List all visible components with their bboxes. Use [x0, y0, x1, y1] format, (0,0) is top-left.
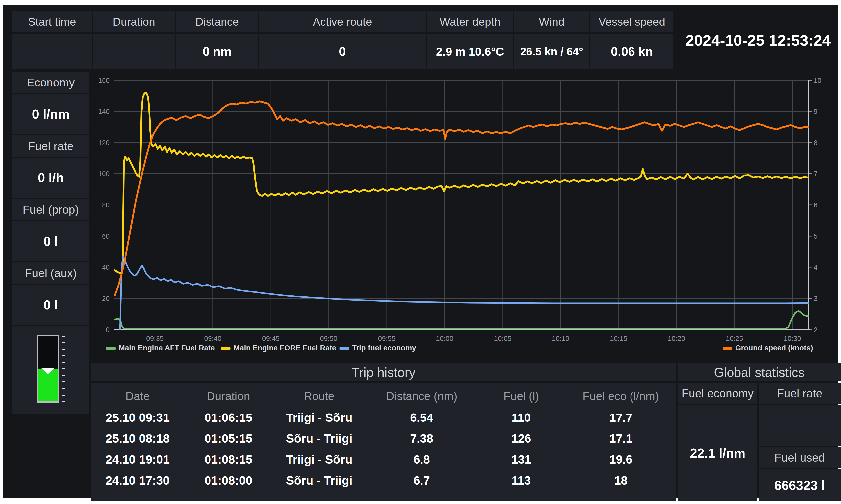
- top-status-bar: Start timeDurationDistance0 nmActive rou…: [13, 11, 673, 69]
- trip-row-3-cell: 18: [565, 473, 677, 487]
- trip-row-2-cell: 24.10 19:01: [91, 453, 185, 466]
- fuel-level-pointer-icon: [41, 368, 55, 374]
- legend-swatch-main-engine-aft-fuel-rate[interactable]: [106, 347, 116, 350]
- trip-col-header-distance-nm-: Distance (nm): [366, 389, 477, 403]
- global-statistics-title: Global statistics: [678, 363, 841, 381]
- topbar-header-distance: Distance: [176, 11, 258, 32]
- fuel-economy-header: Fuel economy: [678, 383, 757, 404]
- legend-swatch-main-engine-fore-fuel-rate[interactable]: [221, 347, 231, 350]
- left-axis-label: 60: [102, 232, 110, 240]
- legend-label-main-engine-fore-fuel-rate[interactable]: Main Engine FORE Fuel Rate: [234, 344, 336, 352]
- sidebar-value-fuel-prop-: 0 l: [13, 221, 89, 261]
- x-axis-label: 10:20: [668, 335, 685, 342]
- topbar-value-wind: 26.5 kn / 64°: [514, 34, 589, 69]
- left-axis-label: 100: [98, 170, 110, 178]
- x-axis-label: 09:40: [204, 335, 222, 342]
- gauge-tick: [62, 349, 65, 350]
- gauge-tick: [62, 362, 65, 363]
- trip-row-1-cell: 17.1: [565, 432, 677, 446]
- trip-row-0-cell: 6.54: [366, 411, 477, 425]
- gauge-tick: [62, 356, 65, 357]
- trip-row-1-cell: 25.10 08:18: [91, 432, 185, 446]
- trip-row-3-cell: 01:08:00: [185, 473, 273, 487]
- x-axis-label: 10:25: [726, 335, 743, 342]
- legend-swatch-ground-speed-knots-[interactable]: [723, 347, 732, 350]
- trip-row-3-cell: 6.7: [366, 473, 477, 487]
- fuel-rate-empty-cell: [759, 405, 841, 446]
- topbar-value-duration: [93, 34, 175, 69]
- x-axis-label: 10:05: [494, 335, 511, 342]
- topbar-value-water-depth: 2.9 m 10.6°C: [427, 34, 513, 69]
- fuel-used-header: Fuel used: [759, 447, 841, 468]
- left-axis-label: 120: [98, 139, 110, 147]
- gauge-tick: [62, 336, 65, 337]
- topbar-header-start-time: Start time: [13, 11, 91, 32]
- topbar-header-wind: Wind: [514, 11, 589, 32]
- gauge-tick: [62, 342, 65, 343]
- left-axis-label: 20: [102, 295, 110, 302]
- x-axis-label: 10:10: [552, 335, 570, 342]
- legend-label-trip-fuel-economy[interactable]: Trip fuel economy: [352, 344, 416, 352]
- sidebar-header-fuel-rate: Fuel rate: [13, 136, 89, 157]
- fuel-used-value: 666323 l: [759, 469, 841, 501]
- right-axis-label: 5: [813, 232, 818, 240]
- global-statistics-panel: Global statistics Fuel economy 22.1 l/nm…: [678, 363, 841, 501]
- vessel-dashboard-page: Start timeDurationDistance0 nmActive rou…: [0, 0, 841, 504]
- x-axis-label: 10:30: [784, 335, 801, 342]
- x-axis-label: 09:55: [378, 335, 396, 342]
- gauge-tick: [62, 375, 65, 376]
- left-axis-label: 40: [102, 264, 110, 271]
- trip-row-0-cell: 25.10 09:31: [91, 411, 185, 425]
- gauge-tick: [62, 395, 65, 396]
- left-axis-label: 80: [102, 201, 110, 209]
- left-axis-label: 0: [106, 326, 110, 334]
- gauge-tick: [62, 401, 65, 402]
- fuel-gauge-ticks: [62, 336, 66, 402]
- trip-row-2-cell: 6.8: [366, 453, 477, 466]
- x-axis-label: 09:50: [320, 335, 337, 342]
- topbar-value-distance: 0 nm: [176, 34, 258, 69]
- topbar-value-vessel-speed: 0.06 kn: [590, 34, 673, 69]
- gauge-tick: [62, 381, 65, 382]
- metrics-sidebar: Economy0 l/nmFuel rate0 l/hFuel (prop)0 …: [13, 72, 89, 414]
- trip-row-3-cell: 24.10 17:30: [91, 473, 185, 487]
- x-axis-label: 10:15: [610, 335, 627, 342]
- gauge-tick: [62, 388, 65, 389]
- topbar-header-active-route: Active route: [259, 11, 426, 32]
- x-axis-label: 09:45: [262, 335, 280, 342]
- sidebar-header-economy: Economy: [13, 72, 89, 93]
- trip-row-3-cell: Sõru - Triigi: [273, 473, 366, 487]
- trip-col-header-route: Route: [273, 389, 366, 403]
- legend-swatch-trip-fuel-economy[interactable]: [340, 347, 349, 350]
- topbar-header-duration: Duration: [93, 11, 175, 32]
- sidebar-value-fuel-rate: 0 l/h: [13, 158, 89, 198]
- legend-label-main-engine-aft-fuel-rate[interactable]: Main Engine AFT Fuel Rate: [119, 344, 215, 352]
- series-ground-speed-knots-: [115, 102, 808, 295]
- trip-row-2-cell: 131: [477, 453, 565, 466]
- gauge-tick: [62, 368, 65, 370]
- fuel-gauge-cell: [13, 326, 89, 414]
- dashboard-background: Start timeDurationDistance0 nmActive rou…: [3, 5, 838, 498]
- trip-history-panel: Trip history DateDurationRouteDistance (…: [91, 363, 677, 501]
- trip-col-header-date: Date: [91, 389, 185, 403]
- trip-row-0-cell: 01:06:15: [185, 411, 273, 425]
- trip-row-0-cell: 110: [477, 411, 565, 425]
- fuel-economy-value: 22.1 l/nm: [678, 405, 757, 501]
- sidebar-header-fuel-prop-: Fuel (prop): [13, 199, 89, 220]
- series-main-engine-fore-fuel-rate: [115, 93, 808, 273]
- right-axis-label: 3: [813, 295, 818, 302]
- trip-row-3-cell: 113: [477, 473, 565, 487]
- trip-row-1-cell: Sõru - Triigi: [273, 432, 366, 446]
- trip-row-1-cell: 7.38: [366, 432, 477, 446]
- trip-row-1-cell: 01:05:15: [185, 432, 273, 446]
- right-axis-label: 10: [813, 76, 821, 84]
- sidebar-value-economy: 0 l/nm: [13, 94, 89, 134]
- sidebar-header-fuel-aux-: Fuel (aux): [13, 263, 89, 284]
- trip-history-title: Trip history: [91, 363, 677, 381]
- x-axis-label: 10:00: [436, 335, 453, 342]
- right-axis-label: 2: [813, 326, 818, 334]
- trip-row-2-cell: Triigi - Sõru: [273, 453, 366, 466]
- fuel-rate-header: Fuel rate: [759, 383, 841, 404]
- legend-label-ground-speed-knots-[interactable]: Ground speed (knots): [735, 344, 813, 352]
- sidebar-value-fuel-aux-: 0 l: [13, 285, 89, 325]
